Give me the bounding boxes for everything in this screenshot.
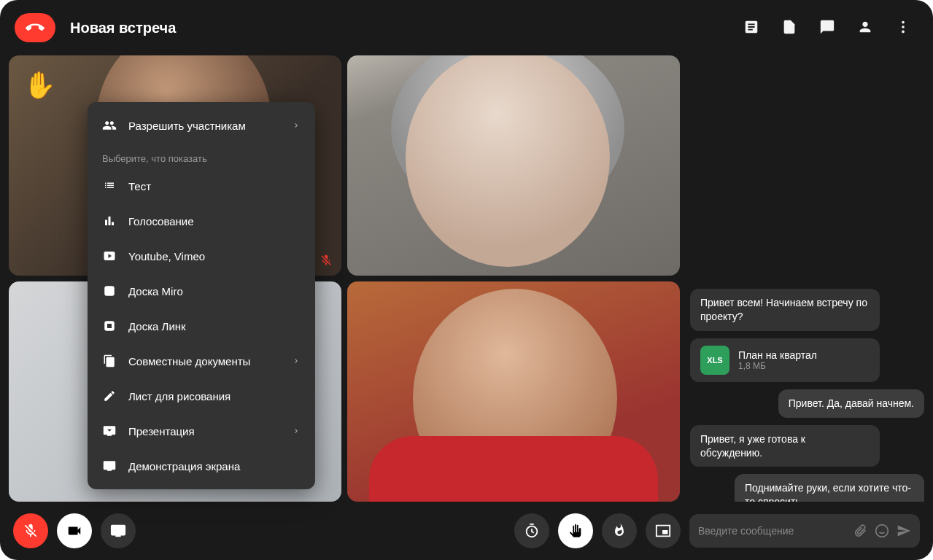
raise-hand-button[interactable]: [558, 513, 593, 548]
mic-muted-icon: [320, 254, 333, 267]
chevron-right-icon: [292, 121, 301, 130]
menu-item-label: Совместные документы: [128, 355, 250, 368]
play-icon: [102, 249, 117, 263]
chat-attachment[interactable]: XLS План на квартал 1,8 МБ: [690, 338, 880, 382]
person-icon[interactable]: [857, 19, 875, 36]
people-icon: [102, 118, 117, 133]
chevron-right-icon: [292, 357, 301, 365]
menu-item-label: Доска Линк: [128, 320, 186, 332]
send-icon[interactable]: [897, 524, 911, 538]
phone-hangup-icon: [26, 18, 44, 37]
menu-item-youtube[interactable]: Youtube, Vimeo: [88, 238, 315, 273]
menu-item-label: Разрешить участникам: [128, 120, 246, 132]
message-field[interactable]: [698, 525, 845, 537]
header-actions: [743, 19, 918, 36]
documents-icon: [102, 354, 117, 368]
camera-toggle-button[interactable]: [57, 513, 92, 548]
draw-icon: [102, 389, 117, 403]
camera-icon: [66, 523, 82, 539]
attachment-size: 1,8 МБ: [738, 361, 817, 371]
chat-sidebar: Привет всем! Начинаем встречу по проекту…: [680, 55, 924, 502]
header: Новая встреча: [0, 0, 933, 55]
menu-item-label: Доска Miro: [128, 285, 183, 298]
menu-item-miro[interactable]: Доска Miro: [88, 273, 315, 308]
document-icon[interactable]: [781, 19, 799, 36]
notes-icon[interactable]: [743, 19, 761, 36]
menu-item-link-board[interactable]: Доска Линк: [88, 308, 315, 343]
meeting-title: Новая встреча: [70, 20, 743, 36]
share-screen-button[interactable]: [101, 513, 136, 548]
chat-messages: Привет всем! Начинаем встречу по проекту…: [690, 55, 924, 502]
screen-icon: [110, 523, 126, 539]
participant-tile-2[interactable]: [347, 55, 680, 276]
chat-input: [689, 514, 920, 548]
emoji-icon[interactable]: [875, 524, 889, 538]
svg-point-1: [902, 26, 905, 28]
pip-button[interactable]: [646, 513, 681, 548]
svg-rect-5: [112, 222, 114, 226]
chat-message[interactable]: Поднимайте руки, если хотите что-то спро…: [735, 474, 924, 502]
attachment-name: План на квартал: [738, 349, 817, 361]
svg-rect-7: [104, 286, 115, 296]
reactions-button[interactable]: [602, 513, 637, 548]
xls-file-icon: XLS: [700, 346, 729, 375]
menu-item-poll[interactable]: Голосование: [88, 203, 315, 238]
menu-item-presentation[interactable]: Презентация: [88, 413, 315, 448]
link-board-icon: [102, 319, 117, 333]
attach-icon[interactable]: [853, 524, 867, 538]
footer-controls: [0, 502, 933, 560]
chevron-right-icon: [292, 427, 301, 435]
pip-icon: [655, 523, 671, 539]
timer-button[interactable]: [514, 513, 549, 548]
raised-hand-badge: ✋: [23, 70, 56, 101]
mic-muted-icon: [23, 523, 39, 539]
svg-rect-4: [109, 217, 111, 225]
fire-icon: [611, 523, 627, 539]
miro-icon: [102, 284, 117, 298]
participant-tile-4[interactable]: [347, 281, 680, 502]
svg-rect-3: [105, 220, 107, 226]
more-icon[interactable]: [895, 19, 913, 36]
hand-icon: [568, 523, 584, 539]
svg-point-0: [902, 21, 905, 24]
poll-icon: [102, 214, 117, 228]
menu-item-label: Презентация: [128, 425, 195, 438]
menu-item-label: Лист для рисования: [128, 390, 231, 402]
attachment-info: План на квартал 1,8 МБ: [738, 349, 817, 371]
menu-item-docs[interactable]: Совместные документы: [88, 343, 315, 378]
menu-item-label: Тест: [128, 180, 151, 192]
chat-message[interactable]: Привет, я уже готова к обсуждению.: [690, 425, 880, 467]
share-menu-popup: Разрешить участникам Выберите, что показ…: [88, 102, 315, 489]
menu-item-screen-share[interactable]: Демонстрация экрана: [88, 448, 315, 483]
menu-section-label: Выберите, что показать: [88, 143, 315, 168]
menu-item-label: Демонстрация экрана: [128, 460, 240, 472]
allow-participants-item[interactable]: Разрешить участникам: [88, 108, 315, 143]
presentation-icon: [102, 424, 117, 438]
menu-item-label: Youtube, Vimeo: [128, 250, 205, 262]
menu-item-canvas[interactable]: Лист для рисования: [88, 378, 315, 413]
chat-icon[interactable]: [819, 19, 837, 36]
chat-message[interactable]: Привет всем! Начинаем встречу по проекту…: [690, 289, 880, 331]
svg-point-2: [902, 31, 905, 34]
menu-item-test[interactable]: Тест: [88, 168, 315, 203]
svg-point-10: [876, 525, 889, 537]
app-window: Новая встреча ✋ Привет в: [0, 0, 933, 560]
hangup-button[interactable]: [15, 13, 55, 42]
list-icon: [102, 179, 117, 193]
timer-icon: [524, 523, 540, 539]
chat-message[interactable]: Привет. Да, давай начнем.: [778, 389, 924, 418]
screen-share-icon: [102, 459, 117, 473]
mic-toggle-button[interactable]: [13, 513, 48, 548]
menu-item-label: Голосование: [128, 215, 194, 228]
